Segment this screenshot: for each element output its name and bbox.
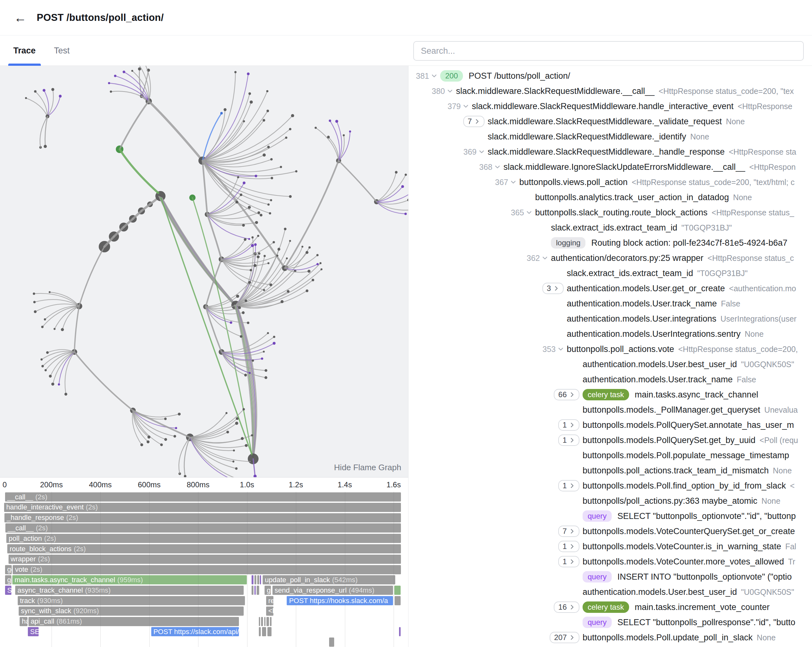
trace-row[interactable]: 353buttonpolls.poll_actions.vote<HttpRes… [409, 341, 812, 357]
trace-row[interactable]: 367buttonpolls.views.poll_action<HttpRes… [409, 175, 812, 190]
flame-bar[interactable] [270, 617, 272, 626]
flame-bar[interactable] [256, 586, 259, 595]
flame-bar[interactable] [262, 627, 266, 636]
flame-bar[interactable] [257, 575, 259, 585]
trace-row[interactable]: 1buttonpolls.models.VoteCounter.is_in_wa… [409, 539, 812, 554]
frame-id-toggle[interactable]: 365 [511, 208, 532, 217]
trace-row[interactable]: slack.extract_ids.extract_team_id"T0GQP3… [409, 220, 812, 235]
trace-row[interactable]: 7slack.middleware.SlackRequestMiddleware… [409, 114, 812, 129]
frame-id-toggle[interactable]: 381 [416, 72, 437, 81]
flame-bar[interactable]: SE [28, 627, 39, 636]
trace-row[interactable]: loggingRouting block action: poll-fe234c… [409, 235, 812, 250]
search-input[interactable] [413, 41, 804, 61]
repeat-count-pill[interactable]: 7 [463, 116, 484, 128]
flame-bar[interactable]: __call__(2s) [5, 523, 401, 533]
frame-id-toggle[interactable]: 362 [527, 254, 548, 263]
flame-bar[interactable] [252, 586, 253, 595]
call-graph-canvas[interactable] [0, 66, 408, 477]
frame-id-toggle[interactable]: 367 [495, 178, 516, 187]
flame-bar[interactable]: SE [5, 586, 11, 595]
frame-id-toggle[interactable]: 380 [432, 87, 453, 96]
flame-bar[interactable] [264, 617, 266, 626]
flame-bar[interactable] [259, 617, 260, 626]
flame-bar[interactable]: api_call(861ms) [29, 617, 239, 626]
trace-row[interactable]: authentication.models.User.best_user_id"… [409, 357, 812, 372]
flame-bar[interactable]: ge [264, 586, 271, 595]
trace-row[interactable]: 7buttonpolls.models.VoteCounterQuerySet.… [409, 524, 812, 539]
trace-row[interactable]: 369slack.middleware.SlackRequestMiddlewa… [409, 144, 812, 159]
flame-bar[interactable] [261, 617, 263, 626]
repeat-count-pill[interactable]: 3 [542, 283, 563, 294]
trace-row[interactable]: buttonpolls.poll_actions.track_team_id_m… [409, 463, 812, 478]
trace-row[interactable]: 380slack.middleware.SlackRequestMiddlewa… [409, 84, 812, 99]
frame-id-toggle[interactable]: 368 [479, 163, 500, 172]
trace-row[interactable]: buttonpolls.models._PollManager.get_quer… [409, 402, 812, 417]
flame-bar[interactable]: vote(2s) [13, 565, 401, 574]
flame-bar[interactable]: update_poll_in_slack(542ms) [263, 575, 395, 585]
flame-bar[interactable]: handle_interactive_event(2s) [4, 503, 401, 512]
flame-bar[interactable] [259, 627, 261, 636]
flame-bar[interactable] [255, 586, 256, 595]
trace-row[interactable]: authentication.models.User.best_user_id"… [409, 585, 812, 600]
trace-row[interactable]: 1buttonpolls.models.PollQuerySet.get_by_… [409, 432, 812, 448]
trace-row[interactable]: 207buttonpolls.models.Poll.update_poll_i… [409, 630, 812, 645]
flame-bar[interactable] [399, 627, 401, 636]
flame-bar[interactable]: track(930ms) [18, 596, 245, 605]
repeat-count-pill[interactable]: 207 [549, 632, 579, 644]
trace-row[interactable]: 1buttonpolls.models.Poll.find_option_by_… [409, 478, 812, 493]
flame-bar[interactable]: POST https://slack.com/api/ [151, 627, 239, 636]
trace-row[interactable]: 3authentication.models.User.get_or_creat… [409, 281, 812, 296]
flame-bar[interactable]: ge [5, 575, 11, 585]
hide-flame-graph-button[interactable]: Hide Flame Graph [332, 462, 403, 473]
trace-row[interactable]: 66celery taskmain.tasks.async_track_chan… [409, 387, 812, 402]
trace-row[interactable]: 365buttonpolls.slack_routing.route_block… [409, 205, 812, 220]
repeat-count-pill[interactable]: 1 [558, 434, 579, 446]
flame-bar[interactable]: __call__(2s) [5, 492, 401, 502]
flame-bar[interactable] [255, 575, 256, 585]
trace-row[interactable]: 368slack.middleware.IgnoreSlackUpdateErr… [409, 159, 812, 175]
trace-row[interactable]: 381200POST /buttons/poll_action/ [409, 68, 812, 84]
back-button[interactable]: ← [11, 11, 30, 24]
trace-row[interactable]: authentication.models.User.track_nameFal… [409, 296, 812, 311]
trace-row[interactable]: buttonpolls.models.Poll.populate_message… [409, 448, 812, 463]
repeat-count-pill[interactable]: 7 [558, 525, 579, 537]
trace-row[interactable]: 1buttonpolls.models.VoteCounter.more_vot… [409, 554, 812, 569]
trace-row[interactable]: slack.extract_ids.extract_team_id"T0GQP3… [409, 266, 812, 281]
flame-bar[interactable]: POST https://hooks.slack.com/a [287, 596, 393, 605]
repeat-count-pill[interactable]: 1 [558, 556, 579, 568]
repeat-count-pill[interactable]: 16 [554, 601, 579, 613]
frame-id-toggle[interactable]: 369 [463, 148, 484, 157]
flame-bar[interactable] [266, 617, 269, 626]
tab-test[interactable]: Test [49, 36, 75, 65]
flame-bar[interactable] [394, 586, 401, 595]
tab-trace[interactable]: Trace [8, 36, 41, 65]
trace-row[interactable]: authentication.models.UserIntegrations.s… [409, 326, 812, 341]
trace-row[interactable]: authentication.models.User.integrationsU… [409, 311, 812, 326]
flame-bar[interactable] [395, 596, 401, 605]
flame-bar[interactable] [260, 575, 261, 585]
frame-id-toggle[interactable]: 353 [542, 345, 563, 354]
flame-bar[interactable] [252, 575, 253, 585]
flame-bar[interactable] [329, 638, 334, 647]
repeat-count-pill[interactable]: 1 [558, 541, 579, 553]
flame-bar[interactable]: async_track_channel(935ms) [15, 586, 244, 595]
trace-row[interactable]: 16celery taskmain.tasks.increment_vote_c… [409, 600, 812, 615]
flame-bar[interactable]: sync_with_slack(920ms) [19, 606, 244, 616]
flame-bar[interactable]: poll_action(2s) [6, 534, 401, 543]
trace-row[interactable]: queryINSERT INTO "buttonpolls_optionvote… [409, 569, 812, 585]
trace-row[interactable]: querySELECT "buttonpolls_pollresponse"."… [409, 615, 812, 630]
repeat-count-pill[interactable]: 1 [558, 419, 579, 431]
flame-bar[interactable]: route_block_actions(2s) [7, 544, 401, 553]
trace-row[interactable]: authentication.models.User.track_nameFal… [409, 372, 812, 387]
trace-row[interactable]: slack.middleware.SlackRequestMiddleware.… [409, 129, 812, 144]
trace-node-graph[interactable]: Hide Flame Graph [0, 66, 408, 477]
trace-row[interactable]: buttonpolls/poll_actions.py:363 maybe_at… [409, 493, 812, 508]
flame-bar[interactable]: ge [5, 565, 12, 574]
trace-row[interactable]: querySELECT "buttonpolls_optionvote"."id… [409, 508, 812, 524]
repeat-count-pill[interactable]: 1 [558, 480, 579, 492]
trace-row[interactable]: 379slack.middleware.SlackRequestMiddlewa… [409, 99, 812, 114]
flame-bar[interactable]: _handle_response(2s) [5, 513, 401, 522]
flame-bar[interactable]: main.tasks.async_track_channel(959ms) [12, 575, 247, 585]
flame-graph[interactable]: __call__(2s)handle_interactive_event(2s)… [0, 492, 408, 647]
trace-row[interactable]: 362authentication/decorators.py:25 wrapp… [409, 250, 812, 266]
